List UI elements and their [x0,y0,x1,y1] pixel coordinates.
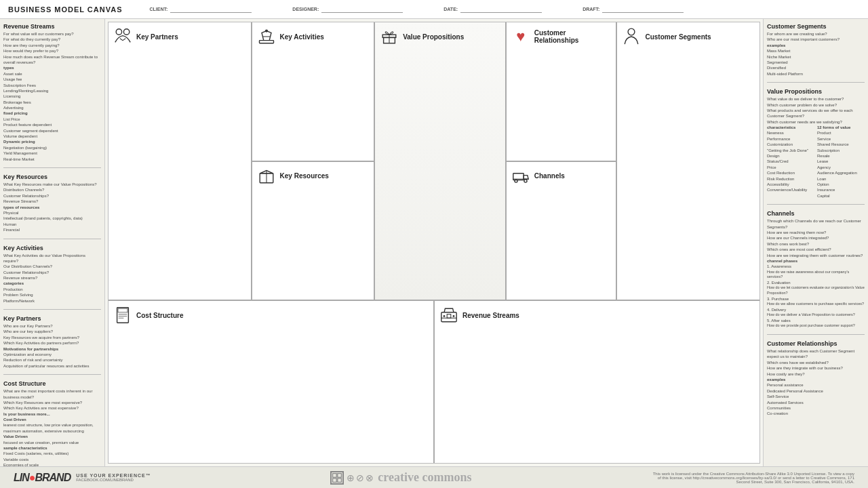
cc-icons: ⊕⊘⊗ [347,472,375,483]
sidebar-right: Customer Segments For whom are we creati… [763,19,868,466]
key-resources-label: Key Resources [280,172,329,180]
customer-segments-label: Customer Segments [645,33,711,41]
date-field: DATE: [443,6,542,13]
svg-rect-16 [117,308,129,323]
key-activities-title-row: Key Activities [256,26,370,47]
svg-point-12 [515,180,517,182]
svg-rect-2 [259,41,273,43]
revenue-streams-title-row: Revenue Streams [439,305,755,325]
draft-field: DRAFT: [583,6,684,13]
cash-register-icon [439,305,459,325]
header: BUSINESS MODEL CANVAS CLIENT: DESIGNER: … [0,0,868,19]
sidebar-revenue-streams: Revenue Streams For what value will our … [3,23,101,162]
sidebar-cost-driven-label: Cost Driven [3,417,101,422]
cell-cost-structure: Cost Structure [108,301,435,463]
sidebar-value-driven-desc: focused on value creation, premium value [3,440,101,445]
draft-label: DRAFT: [583,7,599,12]
heart-icon: ♥ [511,26,531,47]
cell-revenue-streams: Revenue Streams [435,301,760,463]
sidebar-revenue-title: Revenue Streams [3,23,101,30]
draft-value [602,6,684,13]
value-prop-title-row: Value Propositions [379,26,501,47]
sidebar-key-partners: Key Partners Who are our Key Partners? W… [3,315,101,369]
footer-brand: LIN●BRAND USE YOUR EXPERIENCE™ FACEBOOK.… [14,472,151,484]
truck-icon [511,166,531,186]
sidebar-cust-rel-title: Customer Relationships [767,340,865,347]
sidebar-left: Revenue Streams For what value will our … [0,19,105,466]
sidebar-dynamic-label: Dynamic pricing [3,139,101,144]
bmc-square-icon [330,471,344,485]
cell-value-propositions: Value Propositions [375,22,507,300]
footer-license: This work is licensed under the Creative… [651,472,854,484]
sidebar-resources-types-label: types of resources [3,205,101,210]
svg-point-23 [443,315,446,317]
sidebar-activities-title: Key Activities [3,245,101,251]
svg-point-24 [453,315,455,317]
sidebar-resources-title: Key Resources [3,174,101,180]
sidebar-cost-driven-desc: leanest cost structure, low price value … [3,422,101,434]
main-content: Revenue Streams For what value will our … [0,19,868,466]
val-prop-forms: characteristics Newness Performance Cust… [767,125,865,199]
svg-rect-28 [333,478,337,482]
canvas-area: Key Partners [108,22,760,464]
cc-label: creative commons [378,470,471,485]
svg-rect-29 [338,478,342,482]
sidebar-partners-title: Key Partners [3,315,101,322]
sidebar-activities-categories-label: categories [3,281,101,286]
channels-label: Channels [534,172,565,180]
sidebar-cust-seg-title: Customer Segments [767,23,865,30]
sidebar-fixed-pricing-label: fixed pricing [3,110,101,116]
key-activities-label: Key Activities [280,33,324,41]
gift-icon [379,26,399,47]
canvas-bottom-row: Cost Structure [108,301,760,463]
client-label: CLIENT: [150,7,168,12]
svg-rect-17 [118,308,127,312]
customer-rel-title-row: ♥ Customer Relationships [511,26,612,47]
canvas-top-row: Key Partners [108,22,760,301]
svg-rect-21 [441,312,456,322]
sidebar-channels-title: Channels [767,210,865,217]
sidebar-val-prop-title: Value Propositions [767,88,865,95]
cost-structure-title-row: Cost Structure [113,305,429,325]
sidebar-customer-relationships: Customer Relationships What relationship… [767,340,865,417]
cell-key-activities: Key Activities [252,22,374,162]
cell-key-partners: Key Partners [108,22,252,300]
date-label: DATE: [443,7,458,12]
sidebar-cost-structure: Cost Structure What are the most importa… [3,380,101,466]
cell-customer-relationships: ♥ Customer Relationships [507,22,616,162]
sidebar-cust-seg-examples-label: examples [767,43,865,48]
client-field: CLIENT: [150,6,252,13]
designer-label: DESIGNER: [292,7,319,12]
cell-key-resources: Key Resources [252,162,374,300]
footer-tagline: USE YOUR EXPERIENCE™ [76,473,151,478]
sidebar-key-resources: Key Resources What Key Resources make ou… [3,174,101,233]
svg-point-0 [116,29,121,35]
handshake-icon [113,26,133,47]
canvas-rel-channels-stack: ♥ Customer Relationships [507,22,618,300]
sidebar-key-activities: Key Activities What Key Activities do ou… [3,245,101,304]
sidebar-revenue-q5: How much does each Revenue Stream contri… [3,54,101,66]
sidebar-revenue-q3: How are they currently paying? [3,43,101,48]
sidebar-value-propositions: Value Propositions What value do we deli… [767,88,865,199]
designer-value [321,6,403,13]
sidebar-revenue-types-label: types [3,65,101,70]
customer-seg-title-row: Customer Segments [621,26,755,47]
sidebar-channels-phases-label: channel phases [767,258,865,264]
heart-shape: ♥ [516,28,525,45]
box-icon [256,166,277,186]
revenue-streams-label: Revenue Streams [462,312,519,319]
footer-facebook: FACEBOOK.COM/LINEBRAND [76,478,151,482]
svg-point-13 [524,180,527,182]
customer-relationships-label: Customer Relationships [534,29,612,44]
svg-rect-26 [333,473,337,477]
sidebar-customer-segments: Customer Segments For whom are we creati… [767,23,865,77]
cost-structure-label: Cost Structure [136,312,183,319]
sidebar-revenue-q1: For what value will our customers pay? [3,31,101,37]
sidebar-cost-chars-label: sample characteristics [3,445,101,451]
bmc-square-svg [332,472,342,483]
key-partners-title-row: Key Partners [113,26,247,47]
value-propositions-label: Value Propositions [403,33,464,41]
sidebar-cust-rel-examples-label: examples [767,377,865,382]
brand-logo: LIN●BRAND [14,472,71,484]
svg-point-1 [123,29,129,35]
